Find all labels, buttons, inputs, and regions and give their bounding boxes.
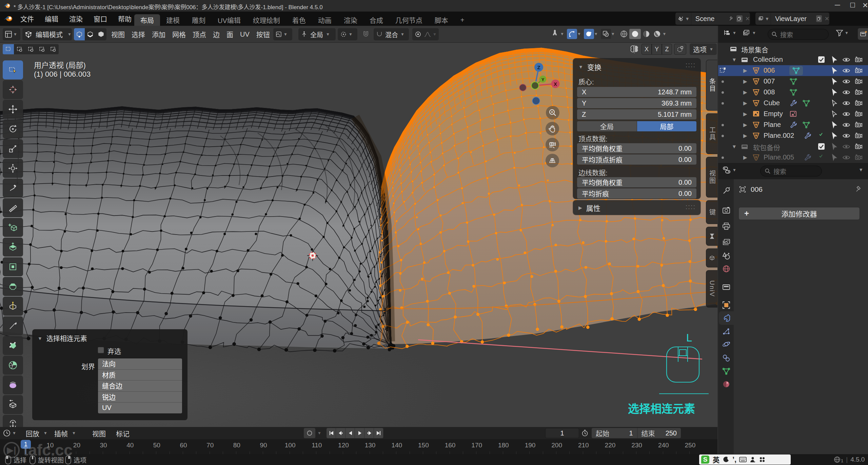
transform-panel-header[interactable]: ▼变换	[578, 62, 601, 72]
outliner-row-Plane.002[interactable]: ▶Plane.002	[718, 130, 868, 141]
tool-poly-build[interactable]	[3, 336, 23, 355]
vertex-field-1[interactable]: 平均顶点折痕0.00	[577, 154, 696, 165]
tool-rotate[interactable]	[3, 119, 23, 138]
properties-tab-constraints[interactable]	[719, 351, 734, 365]
mirror-Y-toggle[interactable]: Y	[652, 44, 662, 55]
tool-smooth[interactable]	[3, 375, 23, 394]
end-frame-field[interactable]: 结束250	[637, 428, 681, 438]
median-Y-field[interactable]: Y369.3 mm	[577, 98, 696, 108]
vp-menu-3[interactable]: 网格	[169, 30, 189, 39]
attributes-panel-collapsed[interactable]: ▶属性 ::::	[573, 200, 701, 215]
tool-inset-faces[interactable]	[3, 257, 23, 276]
selectable-icon[interactable]	[831, 132, 838, 140]
shading-wireframe[interactable]	[618, 29, 629, 39]
render-visibility-icon[interactable]	[854, 56, 863, 64]
menu-4[interactable]: 帮助	[113, 12, 137, 26]
delimit-option-0[interactable]: 法向	[98, 358, 182, 370]
tool-edge-slide[interactable]	[3, 395, 23, 414]
maximize-button[interactable]: ☐	[850, 1, 855, 9]
space-global-button[interactable]: 全局	[577, 121, 637, 131]
vp-menu-8[interactable]: 按钮	[253, 30, 273, 39]
tool-select-box[interactable]	[3, 60, 23, 79]
xray-toggle[interactable]: ▼	[601, 29, 615, 39]
selectable-icon[interactable]	[831, 78, 838, 85]
jump-start-button[interactable]	[327, 428, 336, 438]
prev-key-button[interactable]	[336, 428, 346, 438]
vp-menu-2[interactable]: 添加	[149, 30, 169, 39]
select-tool-box[interactable]	[3, 44, 14, 54]
properties-tab-particles[interactable]	[719, 325, 734, 338]
workspace-tab-脚本[interactable]: 脚本	[429, 14, 454, 26]
hide-icon[interactable]	[842, 132, 850, 140]
ime-grid-icon[interactable]	[759, 456, 766, 463]
properties-tab-data[interactable]	[719, 365, 734, 378]
outliner-row-Cube[interactable]: ▶Cube	[718, 98, 868, 109]
properties-options-chevron[interactable]: ▼	[859, 167, 863, 172]
outliner-row-007[interactable]: ▶007	[718, 76, 868, 87]
render-visibility-icon[interactable]	[854, 121, 863, 129]
snap-dashed-icon[interactable]	[674, 44, 686, 55]
vp-menu-6[interactable]: 面	[223, 30, 237, 39]
tool-extrude-region[interactable]	[3, 238, 23, 257]
shading-solid[interactable]	[629, 29, 641, 39]
properties-tab-view-layer[interactable]	[719, 236, 734, 249]
workspace-tab-布局[interactable]: 布局	[134, 14, 160, 26]
selectable-icon[interactable]	[831, 99, 838, 107]
timeline-menu-0[interactable]: 回放	[26, 429, 39, 439]
delimit-option-4[interactable]: UV	[98, 403, 182, 414]
workspace-tab-合成[interactable]: 合成	[363, 14, 389, 26]
visibility-dropdown[interactable]: ▼	[551, 30, 564, 38]
jump-end-button[interactable]	[374, 428, 383, 438]
proportional-edit-group[interactable]: ▼	[412, 28, 439, 40]
outliner-display-mode[interactable]: ▼	[723, 29, 736, 37]
outliner-filter-button[interactable]: ▼	[835, 29, 849, 37]
ime-person-icon[interactable]	[749, 456, 756, 463]
menu-3[interactable]: 窗口	[88, 12, 113, 26]
next-key-button[interactable]	[364, 428, 374, 438]
pin-icon[interactable]	[729, 15, 734, 22]
current-frame-field[interactable]: 1	[545, 428, 579, 438]
copy-viewlayer-icon[interactable]	[816, 15, 822, 22]
play-back-button[interactable]	[346, 428, 355, 438]
vertex-field-0[interactable]: 平均倒角权重0.00	[577, 143, 696, 153]
panel-grip[interactable]: ::::	[686, 61, 696, 69]
vp-menu-1[interactable]: 选择	[128, 30, 149, 39]
render-visibility-icon[interactable]	[854, 77, 863, 86]
properties-tab-tool[interactable]	[719, 184, 734, 198]
render-visibility-icon[interactable]	[854, 153, 863, 162]
properties-tab-modifiers[interactable]	[719, 311, 734, 325]
selectable-icon[interactable]	[831, 56, 838, 63]
tool-add-cube[interactable]	[3, 218, 23, 237]
gizmo-extras-button[interactable]: ▼	[273, 28, 292, 40]
ime-bar[interactable]: S 英 ’,	[699, 454, 791, 465]
properties-tab-render[interactable]	[719, 204, 734, 217]
median-Z-field[interactable]: Z5.1017 mm	[577, 109, 696, 119]
unlink-scene-icon[interactable]: ✕	[745, 15, 750, 22]
select-tool-lasso[interactable]	[36, 44, 47, 54]
outliner-row-Empty[interactable]: ▶Empty	[718, 109, 868, 119]
delimit-option-3[interactable]: 锐边	[98, 392, 182, 403]
ime-keyboard-icon[interactable]	[739, 457, 747, 463]
outliner-row-软包备份[interactable]: ▼软包备份	[718, 141, 868, 152]
record-button-group[interactable]: ▼	[304, 428, 321, 438]
pivot-point-button[interactable]: ▼	[338, 28, 357, 40]
tool-cursor[interactable]	[3, 80, 23, 99]
menu-0[interactable]: 文件	[15, 12, 39, 26]
tool-bevel[interactable]	[3, 277, 23, 296]
sidebar-tab-条目[interactable]: 条目	[706, 60, 717, 111]
add-modifier-button[interactable]: + 添加修改器	[738, 207, 860, 220]
outliner-row-Collection[interactable]: ▼Collection	[718, 54, 868, 65]
hide-icon[interactable]	[842, 121, 850, 129]
sidebar-tab-hourglass[interactable]	[706, 227, 717, 246]
tool-spin[interactable]	[3, 356, 23, 375]
workspace-tab-雕刻[interactable]: 雕刻	[186, 14, 212, 26]
overlays-toggle[interactable]: ▼	[584, 29, 598, 39]
workspace-tab-动画[interactable]: 动画	[312, 14, 338, 26]
gizmos-toggle[interactable]: ▼	[567, 29, 581, 39]
selectable-icon[interactable]	[831, 154, 838, 161]
outliner-row-场景集合[interactable]: 场景集合	[718, 43, 868, 54]
outliner-row-Plane.005[interactable]: ▶Plane.005	[718, 152, 868, 163]
operator-panel-header[interactable]: ▼选择相连元素	[38, 333, 87, 343]
sidebar-tab-视图[interactable]: 视图	[706, 157, 717, 198]
timeline-editor-type[interactable]: ▼	[3, 428, 16, 439]
